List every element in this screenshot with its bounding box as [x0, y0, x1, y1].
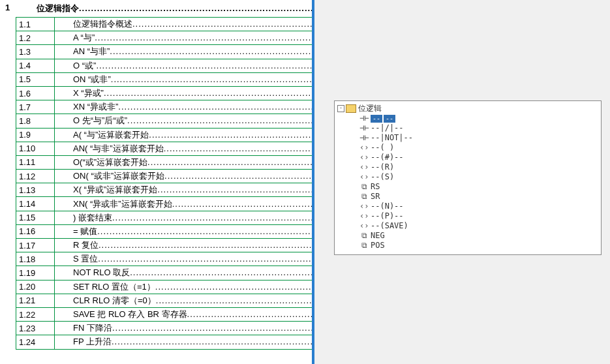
toc-row[interactable]: 1.19NOT RLO 取反 — [16, 266, 312, 280]
toc-row[interactable]: 1.5ON “或非” — [16, 73, 312, 87]
toc-section-number: 1.19 — [16, 266, 55, 279]
leader-dots — [95, 33, 312, 42]
toc-section-title: CLR RLO 清零（=0） — [55, 295, 312, 307]
tree-node-label: --(SAVE) — [371, 221, 408, 231]
toc-section-title: R 复位 — [55, 239, 312, 251]
toc-row[interactable]: 1.2A “与” — [16, 31, 312, 45]
toc-row[interactable]: 1.1位逻辑指令概述 — [16, 18, 312, 31]
folder-icon — [346, 104, 356, 113]
instruction-tree[interactable]: - 位逻辑 ⊣⊢----⊣⊢--|/|--⊣⊢--|NOT|--‹›--( )‹… — [334, 100, 602, 255]
toc-row[interactable]: 1.24FP 上升沿 — [16, 335, 312, 349]
toc-chapter-row: 1 位逻辑指令 — [0, 1, 312, 17]
toc-section-title: A( “与”运算嵌套开始 — [55, 129, 312, 141]
tree-node[interactable]: ⧉SR — [337, 192, 598, 202]
toc-section-number: 1.17 — [16, 239, 55, 252]
toc-row[interactable]: 1.21CLR RLO 清零（=0） — [16, 294, 312, 308]
toc-section-title: O 先“与”后“或” — [55, 115, 312, 127]
toc-section-title: AN “与非” — [55, 46, 312, 57]
toc-row[interactable]: 1.20SET RLO 置位（=1） — [16, 281, 312, 294]
tree-node-label: --(P)-- — [371, 211, 404, 221]
toc-section-title: AN( “与非”运算嵌套开始 — [55, 143, 312, 155]
tree-node[interactable]: ⊣⊢---- — [337, 114, 598, 123]
contact-icon: ⊣⊢ — [359, 114, 369, 123]
toc-chapter-title: 位逻辑指令 — [37, 3, 312, 14]
coil-icon: ‹› — [359, 172, 369, 182]
tree-node[interactable]: ⊣⊢--|/|-- — [337, 123, 598, 133]
tree-node[interactable]: ‹›--(R) — [337, 162, 598, 172]
tree-node-label: --|/|-- — [371, 123, 404, 133]
toc-section-title: FP 上升沿 — [55, 336, 312, 348]
toc-section-title: FN 下降沿 — [55, 322, 312, 334]
tree-node-label: SR — [371, 192, 380, 202]
toc-section-number: 1.10 — [16, 142, 55, 155]
toc-row[interactable]: 1.17R 复位 — [16, 239, 312, 252]
toc-section-number: 1.7 — [16, 100, 55, 114]
coil-icon: ‹› — [359, 221, 369, 231]
leader-dots — [127, 115, 312, 125]
leader-dots — [149, 130, 312, 140]
toc-section-number: 1.14 — [16, 197, 55, 210]
toc-row[interactable]: 1.15) 嵌套结束 — [16, 211, 312, 225]
collapse-icon[interactable]: - — [337, 105, 344, 112]
toc-row[interactable]: 1.12ON( “或非”运算嵌套开始 — [16, 170, 312, 183]
tree-node-label: POS — [371, 241, 385, 250]
toc-section-number: 1.20 — [16, 281, 55, 294]
leader-dots — [132, 19, 312, 29]
box-icon: ⧉ — [359, 241, 369, 250]
toc-row[interactable]: 1.22SAVE 把 RLO 存入 BR 寄存器 — [16, 308, 312, 322]
box-icon: ⧉ — [359, 182, 369, 192]
toc-row[interactable]: 1.18S 置位 — [16, 252, 312, 266]
toc-section-title: O(“或”运算嵌套开始 — [55, 157, 312, 168]
leader-dots — [112, 337, 312, 346]
toc-section-number: 1.24 — [16, 335, 55, 348]
tree-node-highlight: -- — [384, 115, 395, 123]
toc-row[interactable]: 1.4O “或” — [16, 59, 312, 73]
toc-row[interactable]: 1.23FN 下降沿 — [16, 322, 312, 335]
right-pane: - 位逻辑 ⊣⊢----⊣⊢--|/|--⊣⊢--|NOT|--‹›--( )‹… — [314, 0, 610, 364]
leader-dots — [98, 254, 312, 264]
toc-section-title: SET RLO 置位（=1） — [55, 281, 312, 293]
toc-row[interactable]: 1.9A( “与”运算嵌套开始 — [16, 129, 312, 142]
toc-section-title: S 置位 — [55, 253, 312, 265]
tree-node[interactable]: ‹›--( ) — [337, 143, 598, 153]
toc-section-title: ) 嵌套结束 — [55, 212, 312, 224]
leader-dots — [110, 46, 312, 56]
leader-dots — [147, 157, 312, 167]
coil-icon: ‹› — [359, 202, 369, 211]
toc-row[interactable]: 1.7XN “异或非” — [16, 100, 312, 114]
tree-node[interactable]: ⧉RS — [337, 182, 598, 192]
toc-row[interactable]: 1.14XN( “异或非”运算嵌套开始 — [16, 197, 312, 211]
tree-node[interactable]: ‹›--(N)-- — [337, 202, 598, 211]
tree-node[interactable]: ‹›--(#)-- — [337, 153, 598, 162]
toc-section-title: XN( “异或非”运算嵌套开始 — [55, 198, 312, 210]
toc-row[interactable]: 1.10AN( “与非”运算嵌套开始 — [16, 142, 312, 156]
toc-row[interactable]: 1.11O(“或”运算嵌套开始 — [16, 156, 312, 170]
toc-row[interactable]: 1.3AN “与非” — [16, 45, 312, 59]
leader-dots — [96, 61, 312, 70]
tree-root[interactable]: - 位逻辑 — [337, 104, 598, 114]
toc-row[interactable]: 1.8O 先“与”后“或” — [16, 114, 312, 128]
tree-node[interactable]: ‹›--(P)-- — [337, 211, 598, 221]
toc-row[interactable]: 1.13X( “异或”运算嵌套开始 — [16, 183, 312, 197]
toc-row[interactable]: 1.6X “异或” — [16, 87, 312, 100]
tree-node[interactable]: ⧉NEG — [337, 231, 598, 241]
tree-node[interactable]: ‹›--(SAVE) — [337, 221, 598, 231]
leader-dots — [156, 296, 312, 305]
leader-dots — [79, 3, 312, 13]
toc-section-number: 1.23 — [16, 322, 55, 335]
leader-dots — [155, 282, 312, 292]
toc-section-number: 1.18 — [16, 252, 55, 265]
tree-node[interactable]: ⊣⊢--|NOT|-- — [337, 133, 598, 143]
toc-section-title: 位逻辑指令概述 — [55, 18, 312, 30]
toc-section-number: 1.4 — [16, 59, 55, 72]
toc-section-number: 1.6 — [16, 87, 55, 100]
tree-node[interactable]: ‹›--(S) — [337, 172, 598, 182]
toc-chapter-number: 1 — [0, 3, 37, 14]
toc-section-number: 1.5 — [16, 73, 55, 86]
tree-root-label: 位逻辑 — [358, 104, 382, 114]
toc-section-title: X( “异或”运算嵌套开始 — [55, 184, 312, 196]
toc-section-title: XN “异或非” — [55, 101, 312, 113]
toc-row[interactable]: 1.16= 赋值 — [16, 225, 312, 239]
coil-icon: ‹› — [359, 162, 369, 172]
tree-node[interactable]: ⧉POS — [337, 241, 598, 250]
